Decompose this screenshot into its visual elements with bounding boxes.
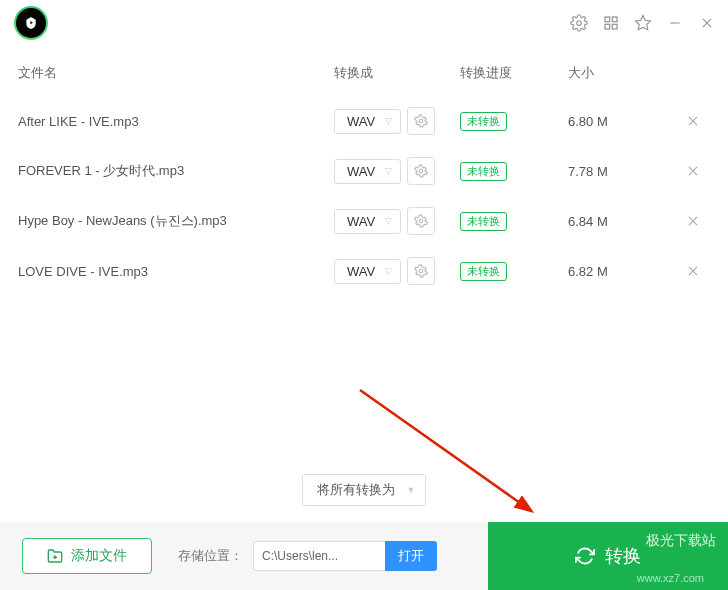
file-name: After LIKE - IVE.mp3 (18, 114, 334, 129)
chevron-down-icon: ▼ (407, 485, 416, 495)
format-value: WAV (347, 114, 375, 129)
file-row: After LIKE - IVE.mp3WAV▽未转换6.80 M (0, 96, 728, 146)
format-select[interactable]: WAV▽ (334, 259, 401, 284)
status-badge: 未转换 (460, 112, 507, 131)
convert-all-select[interactable]: 将所有转换为 ▼ (302, 474, 427, 506)
svg-point-0 (577, 21, 582, 26)
file-row: FOREVER 1 - 少女时代.mp3WAV▽未转换7.78 M (0, 146, 728, 196)
convert-all-bar: 将所有转换为 ▼ (0, 474, 728, 506)
format-value: WAV (347, 164, 375, 179)
format-select[interactable]: WAV▽ (334, 109, 401, 134)
storage-location-label: 存储位置： (178, 547, 243, 565)
open-folder-button[interactable]: 打开 (385, 541, 437, 571)
remove-file-button[interactable] (678, 214, 708, 228)
svg-rect-4 (612, 24, 617, 29)
column-headers: 文件名 转换成 转换进度 大小 (0, 46, 728, 96)
file-name: LOVE DIVE - IVE.mp3 (18, 264, 334, 279)
format-settings-button[interactable] (407, 257, 435, 285)
remove-file-button[interactable] (678, 264, 708, 278)
convert-button[interactable]: 转换 极光下载站 www.xz7.com (488, 522, 728, 590)
file-size: 6.84 M (568, 214, 678, 229)
watermark-url: www.xz7.com (637, 572, 704, 584)
file-row: Hype Boy - NewJeans (뉴진스).mp3WAV▽未转换6.84… (0, 196, 728, 246)
close-icon[interactable] (698, 14, 716, 32)
col-header-progress: 转换进度 (460, 64, 568, 82)
svg-point-12 (419, 169, 423, 173)
format-settings-button[interactable] (407, 207, 435, 235)
file-name: Hype Boy - NewJeans (뉴진스).mp3 (18, 212, 334, 230)
remove-file-button[interactable] (678, 164, 708, 178)
titlebar (0, 0, 728, 46)
status-badge: 未转换 (460, 162, 507, 181)
file-row: LOVE DIVE - IVE.mp3WAV▽未转换6.82 M (0, 246, 728, 296)
format-select[interactable]: WAV▽ (334, 209, 401, 234)
file-list: After LIKE - IVE.mp3WAV▽未转换6.80 MFOREVER… (0, 96, 728, 296)
col-header-name: 文件名 (18, 64, 334, 82)
file-size: 6.80 M (568, 114, 678, 129)
format-select[interactable]: WAV▽ (334, 159, 401, 184)
watermark-text: 极光下载站 (646, 532, 716, 550)
add-file-button[interactable]: 添加文件 (22, 538, 152, 574)
star-icon[interactable] (634, 14, 652, 32)
svg-point-18 (419, 269, 423, 273)
svg-marker-5 (636, 16, 651, 30)
window-controls (570, 14, 716, 32)
chevron-down-icon: ▽ (385, 216, 392, 226)
minimize-icon[interactable] (666, 14, 684, 32)
chevron-down-icon: ▽ (385, 166, 392, 176)
storage-path-input[interactable] (253, 541, 385, 571)
bottom-bar: 添加文件 存储位置： 打开 转换 极光下载站 www.xz7.com (0, 522, 728, 590)
format-settings-button[interactable] (407, 107, 435, 135)
plus-folder-icon (47, 548, 63, 564)
chevron-down-icon: ▽ (385, 266, 392, 276)
settings-icon[interactable] (570, 14, 588, 32)
svg-point-9 (419, 119, 423, 123)
convert-label: 转换 (605, 544, 641, 568)
svg-rect-3 (605, 24, 610, 29)
svg-point-15 (419, 219, 423, 223)
file-size: 7.78 M (568, 164, 678, 179)
remove-file-button[interactable] (678, 114, 708, 128)
format-value: WAV (347, 214, 375, 229)
file-name: FOREVER 1 - 少女时代.mp3 (18, 162, 334, 180)
status-badge: 未转换 (460, 212, 507, 231)
add-file-label: 添加文件 (71, 547, 127, 565)
svg-rect-2 (612, 17, 617, 22)
format-settings-button[interactable] (407, 157, 435, 185)
col-header-size: 大小 (568, 64, 678, 82)
svg-rect-1 (605, 17, 610, 22)
grid-icon[interactable] (602, 14, 620, 32)
chevron-down-icon: ▽ (385, 116, 392, 126)
path-group: 打开 (253, 541, 437, 571)
format-value: WAV (347, 264, 375, 279)
convert-all-label: 将所有转换为 (317, 481, 395, 499)
col-header-format: 转换成 (334, 64, 460, 82)
file-size: 6.82 M (568, 264, 678, 279)
app-logo (16, 8, 46, 38)
status-badge: 未转换 (460, 262, 507, 281)
convert-icon (575, 546, 595, 566)
annotation-arrow (350, 380, 570, 540)
